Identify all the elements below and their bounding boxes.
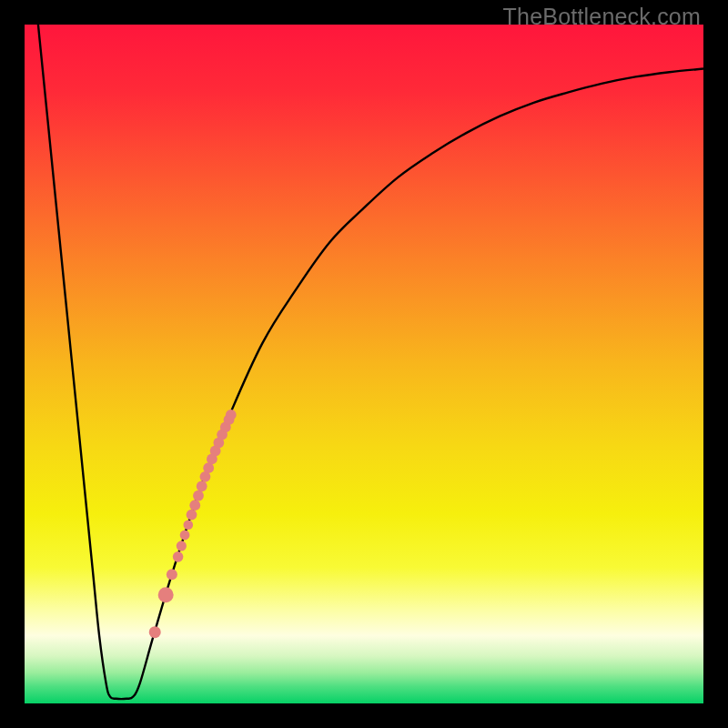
data-dot — [226, 410, 237, 420]
data-dot — [193, 490, 204, 501]
data-dot — [149, 626, 161, 638]
data-dot — [180, 531, 190, 541]
data-dot — [189, 500, 200, 511]
data-dot — [183, 521, 193, 531]
chart-frame: TheBottleneck.com — [0, 0, 728, 728]
plot-area — [25, 25, 703, 703]
data-dot — [197, 480, 207, 491]
data-dot — [173, 551, 184, 562]
chart-svg — [25, 25, 703, 703]
data-dot — [158, 587, 174, 602]
data-dot — [187, 510, 197, 521]
data-dot — [167, 569, 177, 580]
data-dot — [177, 541, 187, 551]
gradient-background — [25, 25, 703, 703]
